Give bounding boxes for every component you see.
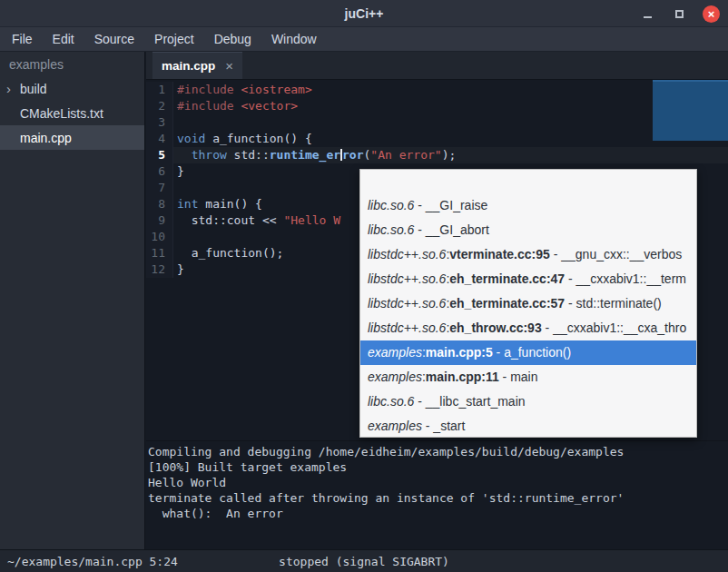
frame-library: libstdc++.so.6 bbox=[368, 321, 446, 335]
line-number[interactable]: 11 bbox=[146, 245, 173, 261]
line-number[interactable]: 12 bbox=[146, 261, 173, 278]
minimize-icon[interactable] bbox=[639, 5, 656, 23]
backtrace-item[interactable]: libstdc++.so.6:eh_terminate.cc:57 - std:… bbox=[360, 291, 696, 316]
tree-item-label: build bbox=[20, 82, 47, 96]
frame-library: libstdc++.so.6 bbox=[368, 296, 446, 311]
code-text bbox=[173, 229, 177, 245]
tab-main-cpp[interactable]: main.cpp × bbox=[152, 52, 242, 79]
window-controls: × bbox=[639, 0, 720, 27]
backtrace-item[interactable]: libc.so.6 - __GI_abort bbox=[360, 218, 696, 242]
frame-library: examples bbox=[368, 419, 422, 433]
line-number[interactable]: 6 bbox=[146, 163, 173, 180]
code-line-3[interactable]: 3 bbox=[146, 114, 728, 131]
backtrace-item-selected[interactable]: examples:main.cpp:5 - a_function() bbox=[360, 340, 696, 365]
titlebar[interactable]: juCi++ × bbox=[0, 0, 728, 27]
tab-bar: main.cpp × bbox=[146, 52, 728, 80]
frame-location: eh_throw.cc:93 bbox=[449, 321, 541, 335]
output-line: Hello World bbox=[148, 475, 728, 490]
expander-chevron-icon[interactable]: › bbox=[6, 80, 11, 95]
frame-library: libstdc++.so.6 bbox=[368, 271, 446, 286]
code-text: #include <vector> bbox=[173, 98, 298, 114]
tab-label: main.cpp bbox=[162, 59, 215, 73]
window-title: juCi++ bbox=[345, 6, 384, 21]
backtrace-item[interactable]: libstdc++.so.6:eh_terminate.cc:47 - __cx… bbox=[360, 267, 696, 291]
output-panel[interactable]: Compiling and debugging /home/eidheim/ex… bbox=[146, 440, 728, 549]
frame-location: main.cpp:5 bbox=[426, 345, 493, 360]
menubar: FileEditSourceProjectDebugWindow bbox=[0, 27, 728, 52]
menu-file[interactable]: File bbox=[2, 27, 43, 51]
file-tree: ›buildCMakeLists.txtmain.cpp bbox=[0, 76, 144, 150]
line-number[interactable]: 7 bbox=[146, 180, 173, 196]
code-text: void a_function() { bbox=[173, 131, 312, 147]
frame-location: vterminate.cc:95 bbox=[449, 247, 550, 261]
code-text bbox=[173, 114, 177, 131]
output-line: [100%] Built target examples bbox=[148, 459, 728, 475]
status-bar: ~/examples/main.cpp 5:24 stopped (signal… bbox=[0, 549, 728, 572]
restore-icon[interactable] bbox=[671, 5, 688, 23]
tab-close-icon[interactable]: × bbox=[225, 58, 233, 74]
close-icon[interactable]: × bbox=[703, 5, 720, 23]
backtrace-item[interactable]: libc.so.6 - __libc_start_main bbox=[360, 390, 696, 414]
backtrace-item[interactable]: libstdc++.so.6:eh_throw.cc:93 - __cxxabi… bbox=[360, 316, 696, 340]
frame-library: examples bbox=[368, 370, 422, 384]
code-line-2[interactable]: 2#include <vector> bbox=[146, 98, 728, 114]
line-number[interactable]: 10 bbox=[146, 229, 173, 245]
code-text: std::cout << "Hello W bbox=[173, 212, 340, 229]
frame-library: libstdc++.so.6 bbox=[368, 247, 446, 261]
line-number[interactable]: 5 bbox=[146, 147, 173, 163]
frame-location: eh_terminate.cc:57 bbox=[449, 296, 565, 311]
line-number[interactable]: 8 bbox=[146, 196, 173, 212]
frame-library: libc.so.6 bbox=[368, 394, 414, 409]
tree-item-build[interactable]: ›build bbox=[0, 76, 144, 101]
code-line-4[interactable]: 4void a_function() { bbox=[146, 131, 728, 147]
jucipp-window: juCi++ × FileEditSourceProjectDebugWindo… bbox=[0, 0, 728, 572]
code-text: } bbox=[173, 261, 184, 278]
menu-debug[interactable]: Debug bbox=[204, 27, 261, 51]
menu-edit[interactable]: Edit bbox=[43, 27, 84, 51]
tooltip-overlay-box bbox=[653, 80, 728, 141]
output-line: what(): An error bbox=[148, 506, 728, 521]
backtrace-item[interactable]: examples:main.cpp:11 - main bbox=[360, 365, 696, 390]
backtrace-item[interactable]: libstdc++.so.6:vterminate.cc:95 - __gnu_… bbox=[360, 242, 696, 267]
line-number[interactable]: 3 bbox=[146, 114, 173, 131]
code-text: #include <iostream> bbox=[173, 82, 312, 98]
code-text: a_function(); bbox=[173, 245, 283, 261]
line-number[interactable]: 2 bbox=[146, 98, 173, 114]
restore-glyph bbox=[675, 10, 684, 18]
tree-item-label: main.cpp bbox=[20, 131, 72, 145]
tree-item-main-cpp[interactable]: main.cpp bbox=[0, 125, 144, 150]
frame-library: libc.so.6 bbox=[368, 198, 414, 212]
code-text: int main() { bbox=[173, 196, 262, 212]
frame-library: libc.so.6 bbox=[368, 222, 414, 237]
menu-source[interactable]: Source bbox=[84, 27, 144, 51]
menu-window[interactable]: Window bbox=[261, 27, 327, 51]
line-number[interactable]: 4 bbox=[146, 131, 173, 147]
minimize-glyph bbox=[644, 16, 652, 18]
backtrace-popup: libc.so.6 - __GI_raiselibc.so.6 - __GI_a… bbox=[359, 169, 697, 438]
backtrace-item[interactable]: libc.so.6 - __GI_raise bbox=[360, 193, 696, 218]
project-name: examples bbox=[0, 52, 144, 76]
code-text bbox=[173, 180, 177, 196]
file-tree-panel: examples ›buildCMakeLists.txtmain.cpp bbox=[0, 52, 145, 549]
frame-location: main.cpp:11 bbox=[426, 370, 499, 384]
output-line: Compiling and debugging /home/eidheim/ex… bbox=[148, 444, 728, 459]
frame-location: eh_terminate.cc:47 bbox=[449, 271, 565, 286]
code-text: } bbox=[173, 163, 184, 180]
line-number[interactable]: 9 bbox=[146, 212, 173, 229]
frame-library: examples bbox=[368, 345, 422, 360]
backtrace-item[interactable]: examples - _start bbox=[360, 414, 696, 438]
code-line-5[interactable]: 5 throw std::runtime_error("An error"); bbox=[146, 147, 728, 163]
menu-project[interactable]: Project bbox=[144, 27, 204, 51]
status-file-position: ~/examples/main.cpp 5:24 bbox=[7, 555, 178, 568]
line-number[interactable]: 1 bbox=[146, 82, 173, 98]
output-line: terminate called after throwing an insta… bbox=[148, 490, 728, 506]
tree-item-cmakelists-txt[interactable]: CMakeLists.txt bbox=[0, 101, 144, 125]
tree-item-label: CMakeLists.txt bbox=[20, 106, 103, 121]
code-line-1[interactable]: 1#include <iostream> bbox=[146, 82, 728, 98]
code-text: throw std::runtime_error("An error"); bbox=[173, 147, 456, 163]
